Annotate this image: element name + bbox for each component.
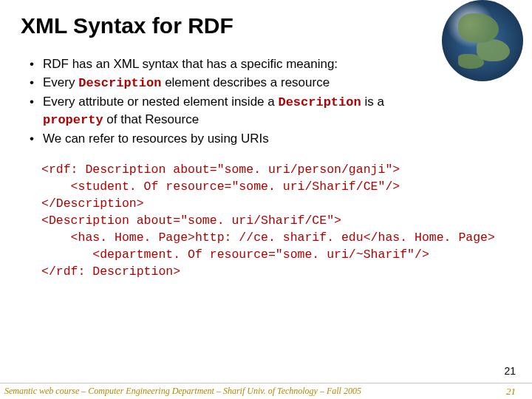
code-block: <rdf: Description about="some. uri/perso… (41, 161, 511, 281)
bullet-item: We can refer to resources by using URIs (27, 131, 511, 148)
bullet-text: Every (43, 75, 78, 89)
bullet-text: element describes a resource (161, 75, 330, 89)
slide: XML Syntax for RDF RDF has an XML syntax… (0, 0, 532, 399)
bullet-text: of that Resource (103, 112, 199, 126)
bullet-text: Every attribute or nested element inside… (43, 95, 278, 109)
slide-title: XML Syntax for RDF (21, 13, 511, 38)
footer-page-number: 21 (506, 386, 516, 398)
page-number: 21 (504, 365, 516, 377)
bullet-item: Every attribute or nested element inside… (27, 94, 511, 129)
bullet-item: RDF has an XML syntax that has a specifi… (27, 56, 511, 73)
keyword: property (43, 113, 103, 127)
bullet-list: RDF has an XML syntax that has a specifi… (27, 56, 511, 148)
bullet-text: We can refer to resources by using URIs (43, 132, 269, 146)
keyword: Description (278, 95, 361, 109)
bullet-text: is a (361, 95, 384, 109)
bullet-item: Every Description element describes a re… (27, 75, 511, 92)
footer: Semantic web course – Computer Engineeri… (0, 383, 532, 399)
bullet-text: RDF has an XML syntax that has a specifi… (43, 57, 338, 71)
keyword: Description (78, 76, 161, 90)
footer-text: Semantic web course – Computer Engineeri… (4, 386, 361, 397)
